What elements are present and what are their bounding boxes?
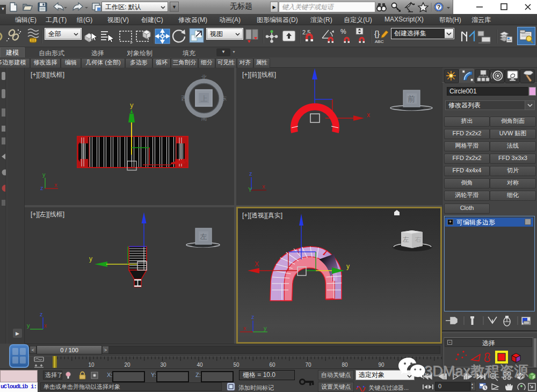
svg-text:x: x — [243, 325, 246, 331]
svg-text:90: 90 — [378, 362, 384, 368]
svg-text:x: x — [262, 183, 265, 190]
svg-text:60: 60 — [269, 362, 275, 368]
svg-text:{}: {} — [374, 29, 380, 38]
svg-text:x: x — [367, 111, 370, 119]
svg-text:y: y — [346, 263, 350, 270]
svg-text:40: 40 — [197, 362, 203, 368]
svg-text:z: z — [40, 185, 43, 191]
svg-text:y: y — [130, 101, 134, 109]
svg-text:X: X — [184, 157, 188, 165]
svg-text:左: 左 — [402, 236, 409, 243]
svg-text:y: y — [89, 255, 92, 263]
svg-text:Y: Y — [248, 186, 252, 193]
svg-text:30: 30 — [160, 362, 166, 368]
svg-text:前: 前 — [408, 95, 415, 103]
svg-text:50: 50 — [233, 362, 240, 368]
svg-text:上: 上 — [201, 95, 208, 103]
svg-text:X: X — [255, 260, 259, 268]
svg-text:z: z — [40, 311, 43, 317]
svg-text:?: ? — [437, 4, 441, 10]
svg-text:y: y — [264, 325, 267, 331]
svg-text:右: 右 — [415, 236, 422, 243]
svg-text:x: x — [44, 323, 47, 329]
svg-text:80: 80 — [342, 362, 348, 368]
svg-text:70: 70 — [305, 362, 311, 368]
svg-text:y: y — [27, 322, 30, 329]
svg-text:z: z — [251, 314, 255, 320]
svg-text:%: % — [340, 28, 346, 35]
svg-text:左: 左 — [200, 233, 207, 241]
svg-text:y: y — [42, 171, 46, 178]
svg-text:ABC: ABC — [375, 39, 384, 44]
svg-text:10: 10 — [88, 362, 95, 368]
svg-text:z: z — [249, 170, 252, 177]
svg-text:20: 20 — [124, 362, 130, 368]
svg-text:x: x — [54, 182, 57, 188]
